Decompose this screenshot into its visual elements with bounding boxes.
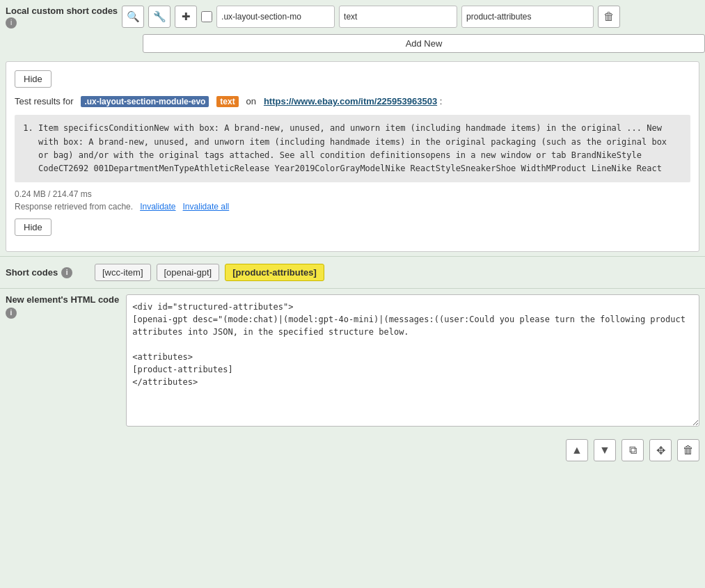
invalidate-link[interactable]: Invalidate [140,202,175,212]
selector-input[interactable] [216,6,335,28]
wrench-button[interactable]: 🔧 [148,6,171,28]
wrench-icon: 🔧 [153,10,166,23]
tag-wcc-item[interactable]: [wcc-item] [95,264,151,281]
on-label: on [246,96,256,106]
cache-line: Response retrieved from cache. Invalidat… [15,202,690,212]
move-down-button[interactable]: ▼ [594,439,616,461]
section-title-block: Local custom short codes i [6,6,118,29]
search-button[interactable]: 🔍 [122,6,144,28]
result-text: Item specificsConditionNew with box: A b… [38,123,667,173]
down-arrow-icon: ▼ [599,444,610,456]
move-up-button[interactable]: ▲ [566,439,588,461]
html-code-section: New element's HTML code i <div id="struc… [0,289,705,432]
move-button[interactable]: ✥ [649,439,672,461]
short-codes-text: Short codes [6,267,58,278]
result-content: Item specificsConditionNew with box: A b… [15,115,690,182]
add-icon-button[interactable]: ✚ [175,6,197,28]
bottom-delete-icon: 🗑 [683,444,694,456]
move-icon: ✥ [656,444,665,457]
meta-info: 0.24 MB / 214.47 ms [15,189,690,199]
attr-input[interactable] [461,6,594,28]
text-input[interactable] [339,6,457,28]
tag-openai-gpt[interactable]: [openai-gpt] [157,264,220,281]
result-url[interactable]: https://www.ebay.com/itm/225953963503 [264,96,437,106]
hide-bottom-button[interactable]: Hide [15,218,52,236]
search-icon: 🔍 [127,10,140,23]
enable-checkbox[interactable] [201,11,212,22]
cache-text: Response retrieved from cache. [15,202,133,212]
html-code-textarea[interactable]: <div id="structured-attributes"> [openai… [126,294,699,427]
up-arrow-icon: ▲ [571,444,583,456]
test-results-prefix: Test results for [15,96,74,106]
header-info-icon[interactable]: i [6,17,17,29]
short-codes-info-icon[interactable]: i [61,267,72,278]
hide-top-button[interactable]: Hide [15,70,52,88]
html-code-info-icon[interactable]: i [6,308,17,319]
bottom-delete-button[interactable]: 🗑 [677,439,699,461]
html-code-label: New element's HTML code i [6,294,119,427]
add-new-button[interactable]: Add New [143,34,705,53]
selector-badge: .ux-layout-section-module-evo [81,96,209,107]
delete-button[interactable]: 🗑 [598,6,620,28]
toolbar-row: Local custom short codes i 🔍 🔧 ✚ 🗑 [0,0,705,34]
short-codes-row: Short codes i [wcc-item] [openai-gpt] [p… [0,257,705,288]
results-panel: Hide Test results for .ux-layout-section… [6,61,699,252]
section-title: Local custom short codes [6,6,118,17]
checkbox-wrap[interactable] [201,11,212,22]
plus-icon: ✚ [182,10,191,23]
copy-icon: ⧉ [629,444,637,456]
tag-product-attributes[interactable]: [product-attributes] [225,264,324,281]
bottom-toolbar: ▲ ▼ ⧉ ✥ 🗑 [0,432,705,468]
test-results-line: Test results for .ux-layout-section-modu… [15,95,690,109]
delete-icon: 🗑 [603,10,615,23]
invalidate-all-link[interactable]: Invalidate all [183,202,230,212]
short-codes-label: Short codes i [6,267,89,278]
html-code-title: New element's HTML code [6,294,119,305]
copy-button[interactable]: ⧉ [621,439,644,461]
colon: : [440,96,443,106]
text-badge: text [216,96,238,107]
